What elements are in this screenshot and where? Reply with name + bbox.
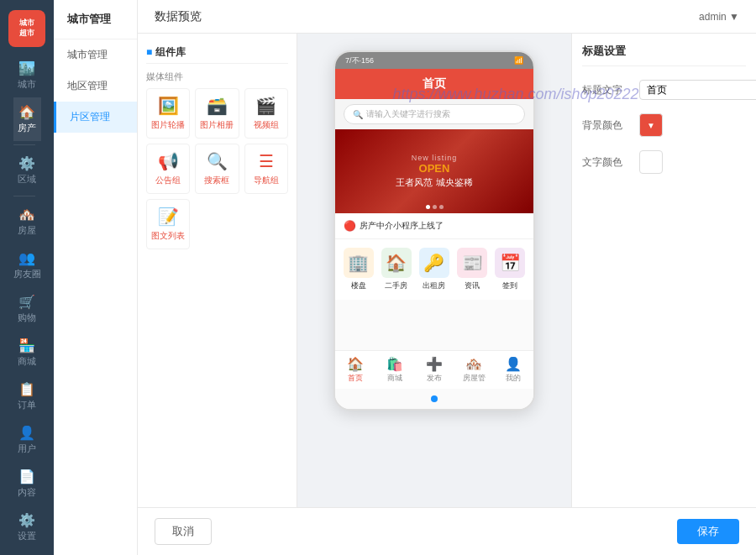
phone-bottom-shop: 🛍️商城: [375, 356, 414, 384]
nav-panel-title: 城市管理: [54, 0, 137, 39]
nav-item-district-mgmt[interactable]: 片区管理: [54, 102, 137, 133]
sidebar-item-mall[interactable]: 🏪商城: [13, 331, 41, 374]
region-icon: ⚙️: [18, 155, 35, 171]
new-house-icon: 🏢: [344, 248, 374, 278]
sidebar-item-region[interactable]: ⚙️区域: [13, 149, 41, 192]
phone-dot-indicator: [335, 389, 533, 409]
image-album-icon: 🗃️: [207, 96, 228, 116]
nav-item-region-mgmt[interactable]: 地区管理: [54, 71, 137, 102]
page-title: 数据预览: [155, 9, 202, 24]
second-hand-icon: 🏠: [381, 248, 412, 278]
phone-notice: 🔴 房产中介小程序上线了: [335, 213, 533, 239]
content-area: https://www.huzhan.com/ishop20222 ■ 组件库 …: [138, 34, 756, 507]
phone-status-bar: 7/不·156 📶: [335, 52, 533, 69]
user-menu[interactable]: admin ▼: [699, 11, 739, 23]
component-nav-group[interactable]: ☰导航组: [244, 144, 288, 194]
nav-item-city-mgmt[interactable]: 城市管理: [54, 39, 137, 71]
news-icon: 📰: [457, 248, 487, 278]
user-icon: 👤: [18, 425, 35, 441]
color-swatch-bg-color[interactable]: ▼: [639, 113, 663, 137]
color-swatch-text-color[interactable]: [639, 150, 663, 174]
publish-icon: ➕: [426, 356, 443, 372]
image-list-icon: 📝: [158, 207, 179, 227]
component-image-list[interactable]: 📝图文列表: [146, 199, 190, 249]
order-icon: 📋: [18, 381, 35, 397]
phone-search-bar: 🔍 请输入关键字进行搜索: [335, 99, 533, 129]
mine-icon: 👤: [505, 356, 522, 372]
sidebar-item-user[interactable]: 👤用户: [13, 418, 41, 462]
prop-label-title-text: 标题文字: [582, 83, 633, 97]
logo: 城市 超市: [8, 10, 45, 47]
cancel-button[interactable]: 取消: [155, 518, 212, 545]
phone-frame: 7/不·156 📶 首页 🔍 请输入关键字进行搜索 Ne: [333, 50, 535, 411]
components-panel: ■ 组件库 媒体组件 🖼️图片轮播🗃️图片相册🎬视频组📢公告组🔍搜索框☰导航组📝…: [138, 34, 297, 507]
sidebar-divider: [13, 144, 35, 145]
content-icon: 📄: [18, 469, 35, 484]
rental-icon: 🔑: [419, 248, 449, 278]
checkin-icon: 📅: [495, 248, 525, 278]
phone-banner: New listing OPEN 王者风范 城央鉴稀: [335, 129, 533, 213]
phone-icon-second-hand: 🏠二手房: [378, 248, 414, 291]
phone-icon-new-house: 🏢楼盘: [340, 248, 376, 291]
shop-icon: 🛍️: [386, 356, 403, 372]
properties-panel: 标题设置 标题文字 背景颜色 ▼ 文字颜色: [571, 34, 756, 507]
sidebar-item-property[interactable]: 🏠房产: [13, 97, 41, 141]
phone-bottom-publish: ➕发布: [414, 356, 454, 384]
phone-search-input: 🔍 请输入关键字进行搜索: [344, 104, 525, 124]
component-notice-group[interactable]: 📢公告组: [146, 144, 190, 194]
banner-dots: [426, 205, 444, 209]
sidebar-item-house[interactable]: 🏘️房屋: [13, 200, 41, 243]
city-icon: 🏙️: [18, 60, 35, 76]
sidebar-item-content[interactable]: 📄内容: [13, 462, 41, 505]
properties-fields: 标题文字 背景颜色 ▼ 文字颜色: [582, 80, 746, 174]
component-search-nav[interactable]: 🔍搜索框: [195, 144, 239, 194]
home-icon: 🏠: [347, 356, 364, 372]
sidebar-item-settings[interactable]: ⚙️设置: [13, 505, 41, 549]
phone-icon-rental: 🔑出租房: [416, 248, 452, 291]
nav-group-icon: ☰: [259, 151, 274, 171]
main-content: 数据预览 admin ▼ https://www.huzhan.com/isho…: [138, 0, 756, 555]
component-image-slider[interactable]: 🖼️图片轮播: [146, 88, 190, 139]
phone-bottom-my-house: 🏘️房屋管: [454, 356, 494, 384]
sidebar-item-order[interactable]: 📋订单: [13, 374, 41, 418]
prop-row-title-text: 标题文字: [582, 80, 746, 100]
notice-group-icon: 📢: [158, 151, 179, 171]
components-grid: 🖼️图片轮播🗃️图片相册🎬视频组📢公告组🔍搜索框☰导航组📝图文列表: [146, 88, 288, 249]
save-button[interactable]: 保存: [677, 519, 739, 544]
house-icon: 🏘️: [18, 207, 35, 223]
phone-bottom-nav: 🏠首页🛍️商城➕发布🏘️房屋管👤我的: [335, 350, 533, 389]
phone-icon-checkin: 📅签到: [492, 248, 528, 291]
image-slider-icon: 🖼️: [158, 96, 179, 116]
phone-nav-bar: 首页: [335, 69, 533, 99]
sidebar-item-friends[interactable]: 👥房友圈: [13, 243, 41, 287]
prop-row-text-color: 文字颜色: [582, 150, 746, 174]
components-panel-title: ■ 组件库: [146, 42, 288, 64]
video-group-icon: 🎬: [255, 96, 276, 116]
phone-preview: 7/不·156 📶 首页 🔍 请输入关键字进行搜索 Ne: [297, 34, 571, 507]
phone-bottom-home: 🏠首页: [335, 356, 375, 384]
cart-icon: 🛒: [18, 294, 35, 310]
my-house-icon: 🏘️: [465, 356, 482, 372]
settings-icon: ⚙️: [18, 512, 35, 528]
friends-icon: 👥: [18, 250, 35, 266]
phone-icon-news: 📰资讯: [454, 248, 491, 291]
property-icon: 🏠: [18, 104, 35, 120]
mall-icon: 🏪: [18, 338, 35, 353]
phone-icons-grid: 🏢楼盘🏠二手房🔑出租房📰资讯📅签到: [335, 239, 533, 300]
sidebar-item-city[interactable]: 🏙️城市: [13, 54, 41, 97]
prop-label-text-color: 文字颜色: [582, 155, 633, 170]
component-image-album[interactable]: 🗃️图片相册: [195, 88, 239, 139]
sidebar-item-cart[interactable]: 🛒购物: [13, 287, 41, 331]
prop-row-bg-color: 背景颜色 ▼: [582, 113, 746, 137]
sidebar-divider: [13, 196, 35, 196]
nav-panel: 城市管理 城市管理地区管理片区管理: [54, 0, 138, 555]
sidebar: 城市 超市 🏙️城市🏠房产⚙️区域🏘️房屋👥房友圈🛒购物🏪商城📋订单👤用户📄内容…: [0, 0, 54, 555]
search-nav-icon: 🔍: [207, 151, 228, 171]
properties-title: 标题设置: [582, 44, 746, 66]
component-video-group[interactable]: 🎬视频组: [244, 88, 288, 139]
action-bar: 取消 保存: [138, 507, 756, 555]
phone-bottom-mine: 👤我的: [494, 356, 533, 384]
prop-label-bg-color: 背景颜色: [582, 118, 633, 133]
top-bar: 数据预览 admin ▼: [138, 0, 756, 34]
prop-input-title-text[interactable]: [639, 80, 756, 100]
